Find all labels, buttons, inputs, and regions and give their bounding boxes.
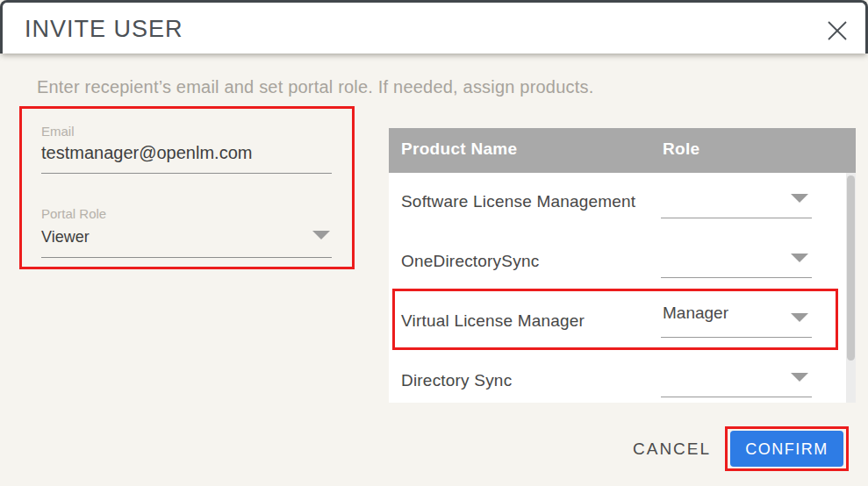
role-select[interactable] [661, 352, 812, 403]
chevron-down-icon[interactable] [312, 231, 330, 239]
table-scrollbar-thumb[interactable] [847, 175, 855, 361]
chevron-down-icon[interactable] [791, 313, 808, 322]
email-label: Email [41, 124, 75, 139]
chevron-down-icon[interactable] [791, 194, 808, 203]
portal-role-underline [41, 257, 332, 258]
table-row: Directory Sync [389, 352, 856, 403]
cancel-button[interactable]: CANCEL [633, 440, 711, 459]
role-select-underline [661, 337, 812, 338]
instruction-text: Enter recepient’s email and set portal r… [37, 77, 593, 97]
products-table: Product Name Role Software License Manag… [389, 128, 856, 403]
role-value: Manager [663, 304, 728, 323]
product-name: Directory Sync [401, 371, 512, 390]
dialog-title: INVITE USER [25, 16, 183, 43]
product-name: Virtual License Manager [401, 311, 585, 331]
table-row: Virtual License Manager Manager [389, 292, 856, 352]
chevron-down-icon[interactable] [791, 254, 808, 262]
table-header: Product Name Role [389, 128, 856, 173]
dialog-header: INVITE USER [0, 0, 868, 54]
role-select-underline [661, 277, 812, 278]
product-name: OneDirectorySync [401, 252, 539, 271]
role-select[interactable]: Manager [661, 292, 812, 352]
column-header-product-name: Product Name [401, 139, 517, 159]
email-input-underline [41, 173, 332, 174]
product-name: Software License Management [401, 192, 635, 211]
email-input[interactable]: testmanager@openlm.com [41, 143, 252, 163]
chevron-down-icon[interactable] [791, 373, 808, 382]
role-select-underline [661, 218, 812, 218]
confirm-button[interactable]: CONFIRM [730, 431, 843, 467]
table-row: Software License Management [389, 173, 856, 232]
close-button[interactable] [826, 19, 849, 42]
table-scrollbar-track[interactable] [846, 173, 856, 403]
role-select-underline [661, 397, 812, 397]
invite-user-dialog: INVITE USER Enter recepient’s email and … [0, 0, 868, 486]
portal-role-select[interactable]: Viewer [41, 228, 90, 247]
close-icon [826, 19, 849, 42]
role-select[interactable] [661, 232, 812, 292]
role-select[interactable] [661, 173, 812, 232]
portal-role-label: Portal Role [41, 206, 106, 221]
column-header-role: Role [663, 139, 699, 159]
table-row: OneDirectorySync [389, 232, 856, 292]
